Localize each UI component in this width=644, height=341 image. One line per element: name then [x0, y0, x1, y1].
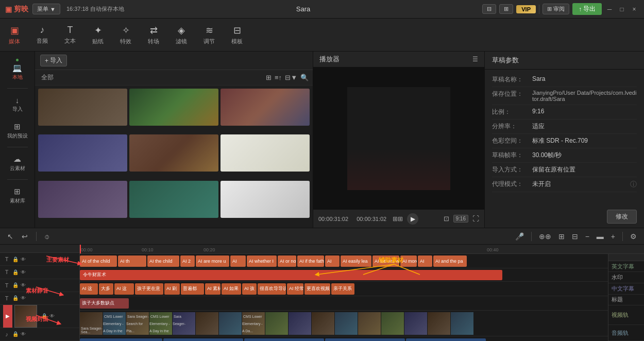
rtl-watermark[interactable]: 水印	[608, 272, 644, 283]
sidebar-item-local[interactable]: 💻 本地	[2, 56, 33, 84]
menu-button[interactable]: 菜单 ▼	[32, 4, 60, 14]
zoom-in-icon[interactable]: +	[609, 231, 617, 242]
media-thumb-2[interactable]	[129, 89, 218, 126]
toolbar-transition[interactable]: ⇄ 转场	[144, 25, 163, 45]
screenshot-icon[interactable]: ⊡	[444, 215, 449, 223]
clip-en-3[interactable]: A‍I the child	[147, 255, 179, 267]
clip-en-11[interactable]: A‍I easily lea	[341, 255, 371, 267]
eye-icon-3[interactable]: 👁	[21, 282, 26, 288]
toolbar-audio[interactable]: ♪ 音频	[33, 25, 52, 45]
main-track-clip[interactable]: 令牛财富术	[80, 270, 502, 280]
clip-cn-5[interactable]: A‍I 刷	[164, 283, 180, 295]
clip-cn-9[interactable]: A‍I 孩	[242, 283, 257, 295]
clip-en-12[interactable]: A‍I fathers w	[372, 255, 399, 267]
vip-button[interactable]: VIP	[516, 5, 536, 13]
clip-en-2[interactable]: A‍I th	[118, 255, 146, 267]
play-button[interactable]: ▶	[407, 213, 418, 225]
clip-cn-12[interactable]: 更喜欢视频	[304, 283, 330, 295]
toolbar-adjust[interactable]: ≋ 调节	[200, 25, 218, 45]
clip-en-6[interactable]: A‍I	[230, 255, 246, 267]
chain-icon[interactable]: ⊟	[570, 231, 580, 242]
audio-clip-4[interactable]: 提取音效20221101-88	[325, 338, 405, 342]
modify-button[interactable]: 修改	[607, 210, 637, 224]
audio-clip-1[interactable]: 提取音效20221101-88	[80, 338, 162, 342]
clip-cn-8[interactable]: A‍I 如果	[222, 283, 241, 295]
mic-icon[interactable]: 🎤	[513, 231, 526, 242]
select-tool-icon[interactable]: ↖	[5, 231, 15, 242]
clip-en-8[interactable]: A‍I or not	[278, 255, 296, 267]
eye-icon-4[interactable]: 👁	[21, 295, 26, 301]
link-icon[interactable]: ⊞	[556, 231, 567, 242]
clip-en-7[interactable]: A‍I whether I	[247, 255, 277, 267]
lock-icon-5[interactable]: 🔒	[41, 313, 47, 319]
sidebar-item-import[interactable]: ↓ 导入	[2, 93, 33, 116]
cover-play-button[interactable]: ▶	[3, 305, 12, 328]
filter-icon2[interactable]: ⊟▼	[285, 74, 297, 81]
proxy-info-icon[interactable]: ⓘ	[630, 180, 637, 189]
audio-clip-3[interactable]: 提取音效20221101-88	[244, 338, 324, 342]
fullscreen-icon[interactable]: ⛶	[472, 215, 479, 223]
clip-en-4[interactable]: A‍I 2	[180, 255, 195, 267]
clip-en-1[interactable]: A‍I of the child	[80, 255, 117, 267]
win-min-button[interactable]: ─	[605, 5, 614, 14]
rtl-audio[interactable]: 音频轨	[608, 325, 644, 341]
rtl-en[interactable]: 英文字幕	[608, 261, 644, 272]
clip-cn-7[interactable]: A‍I 素材	[205, 283, 221, 295]
eye-icon-1[interactable]: 👁	[21, 257, 26, 262]
review-button[interactable]: ⊞ 审阅	[543, 4, 569, 14]
eye-icon-5[interactable]: 👁	[49, 313, 55, 319]
toolbar-media[interactable]: ▣ 媒体	[5, 25, 24, 45]
search-icon[interactable]: 🔍	[300, 74, 309, 81]
clip-cn-3[interactable]: A‍I 这	[114, 283, 134, 295]
clip-en-5[interactable]: A‍I are more u	[196, 255, 229, 267]
sidebar-item-cloud[interactable]: ☁ 云素材	[2, 151, 33, 175]
clip-cn-13[interactable]: 亲子关系	[331, 283, 354, 295]
rtl-video[interactable]: 视频轨	[608, 305, 644, 325]
export-button[interactable]: ↑ 导出	[572, 3, 602, 15]
clip-cn-4[interactable]: 孩子更在意	[135, 283, 163, 295]
rtl-tag[interactable]: 标题	[608, 295, 644, 306]
minimize-window-button[interactable]: ⊟	[482, 4, 496, 14]
media-thumb-7[interactable]	[38, 181, 127, 218]
toolbar-effects[interactable]: ✧ 特效	[116, 25, 135, 45]
settings-icon[interactable]: ⚙	[628, 231, 639, 242]
lock-icon-3[interactable]: 🔒	[12, 282, 19, 288]
preview-menu-icon[interactable]: ☰	[472, 56, 478, 63]
eye-icon-2[interactable]: 👁	[21, 269, 26, 275]
clip-cn-11[interactable]: A‍I 经常	[287, 283, 303, 295]
win-max-button[interactable]: □	[617, 5, 626, 14]
media-thumb-3[interactable]	[221, 89, 310, 126]
expand-button[interactable]: ⊞	[499, 4, 513, 14]
clip-cn-1[interactable]: A‍I 这	[80, 283, 98, 295]
toolbar-sticker[interactable]: ✦ 贴纸	[89, 25, 107, 45]
sidebar-item-library[interactable]: ⊞ 素材库	[2, 184, 33, 208]
lock-icon-6[interactable]: 🔒	[12, 331, 19, 337]
sort-icon[interactable]: ≡↑	[275, 74, 282, 81]
clip-en-14[interactable]: A‍I	[418, 255, 432, 267]
split-icon[interactable]: ⌽	[43, 231, 51, 242]
win-close-button[interactable]: ×	[630, 5, 639, 14]
media-thumb-4[interactable]	[38, 134, 127, 172]
frame-icon[interactable]: ⊞⊞	[393, 215, 403, 223]
audio-clip-2[interactable]: 提取音效20221101-88	[163, 338, 243, 342]
audio-clip-5[interactable]: 提取音效20221101-88	[406, 338, 486, 342]
media-thumb-5[interactable]	[129, 134, 218, 172]
zoom-out-icon[interactable]: −	[583, 231, 591, 242]
import-button[interactable]: + 导入	[40, 55, 67, 66]
undo-icon[interactable]: ↩	[20, 231, 30, 242]
media-thumb-1[interactable]	[38, 89, 127, 126]
clip-silence-1[interactable]: 孩子大多数缺点	[80, 298, 129, 309]
eye-icon-6[interactable]: 👁	[21, 331, 26, 337]
clip-cn-10[interactable]: 很喜欢导导说	[258, 283, 286, 295]
clip-cn-6[interactable]: 普遍都	[181, 283, 204, 295]
magnet-icon[interactable]: ⊕⊕	[537, 231, 553, 242]
media-thumb-9[interactable]	[221, 181, 310, 218]
media-thumb-8[interactable]	[129, 181, 218, 218]
clip-en-10[interactable]: A‍I	[325, 255, 340, 267]
zoom-slider[interactable]: ▬	[595, 231, 606, 242]
clip-en-15[interactable]: A‍I and the pa	[433, 255, 467, 267]
media-thumb-6[interactable]	[221, 134, 310, 172]
clip-en-9[interactable]: A‍I if the fath	[297, 255, 324, 267]
clip-en-13[interactable]: A‍I more	[400, 255, 417, 267]
lock-icon-2[interactable]: 🔒	[12, 269, 19, 275]
